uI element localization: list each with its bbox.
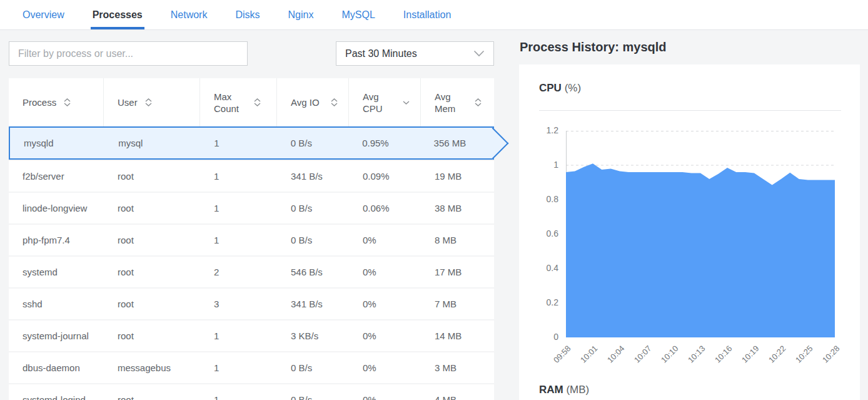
tab-network[interactable]: Network (169, 3, 209, 29)
tab-nginx[interactable]: Nginx (286, 3, 316, 29)
cell-avg_cpu: 0% (349, 225, 421, 255)
cell-max_count: 2 (200, 257, 277, 287)
cell-avg_io: 3 KB/s (277, 321, 349, 351)
cell-avg_mem: 14 MB (421, 321, 494, 351)
table-row[interactable]: linode-longviewroot10 B/s0.06%38 MB (9, 192, 494, 223)
cell-avg_mem: 19 MB (421, 161, 494, 192)
x-tick-label: 10:07 (622, 344, 653, 375)
sort-icon[interactable] (331, 98, 338, 106)
sort-icon[interactable] (64, 98, 71, 106)
y-tick-label: 1 (530, 160, 558, 170)
cell-process: dbus-daemon (9, 352, 104, 383)
table-row[interactable]: sshdroot3341 B/s0%7 MB (9, 287, 494, 319)
cell-user: root (104, 193, 200, 223)
cell-avg_mem: 7 MB (421, 289, 494, 319)
column-label: User (118, 96, 138, 108)
top-tab-bar: Overview Processes Network Disks Nginx M… (0, 0, 868, 30)
card-divider (539, 110, 841, 111)
cell-avg_cpu: 0.95% (348, 128, 420, 158)
sort-icon[interactable] (475, 98, 482, 106)
cell-max_count: 1 (200, 321, 277, 351)
table-body: mysqldmysql10 B/s0.95%356 MBf2b/serverro… (9, 126, 494, 400)
column-header-avg_mem[interactable]: Avg Mem (421, 78, 494, 126)
cell-avg_mem: 17 MB (421, 257, 494, 287)
x-tick-label: 10:19 (729, 344, 760, 375)
cell-avg_cpu: 0% (349, 321, 421, 351)
column-header-avg_io[interactable]: Avg IO (277, 78, 349, 126)
column-label: Avg Mem (435, 91, 467, 115)
y-tick-label: 1.2 (530, 125, 558, 135)
table-row[interactable]: mysqldmysql10 B/s0.95%356 MB (9, 126, 494, 160)
column-header-avg_cpu[interactable]: Avg CPU (349, 78, 421, 126)
cell-user: mysql (104, 128, 200, 158)
y-tick-label: 0.4 (530, 263, 558, 273)
cell-avg_io: 0 B/s (277, 193, 349, 223)
x-tick-label: 10:01 (568, 344, 599, 375)
y-tick-label: 0.6 (530, 228, 558, 238)
cell-avg_io: 0 B/s (277, 384, 349, 400)
cell-avg_cpu: 0% (349, 257, 421, 287)
ram-chart-heading: RAM (MB) (539, 384, 589, 396)
process-history-card: CPU (%) 00.20.40.60.811.209:5810:0110:04… (519, 64, 860, 400)
column-header-max_count[interactable]: Max Count (200, 78, 277, 126)
column-label: Avg CPU (363, 91, 395, 115)
cell-process: mysqld (10, 128, 104, 158)
sort-icon[interactable] (145, 98, 152, 106)
column-header-process[interactable]: Process (9, 78, 104, 126)
cell-max_count: 1 (200, 384, 277, 400)
x-tick-label: 10:22 (756, 344, 787, 375)
cell-user: root (104, 257, 200, 287)
cell-process: systemd (9, 257, 104, 287)
time-range-value: Past 30 Minutes (345, 48, 417, 59)
table-row[interactable]: php-fpm7.4root10 B/s0%8 MB (9, 223, 494, 255)
x-tick-label: 09:58 (541, 344, 572, 375)
sort-icon[interactable] (254, 98, 261, 106)
time-range-select[interactable]: Past 30 Minutes (336, 41, 494, 66)
table-row[interactable]: systemdroot2546 B/s0%17 MB (9, 255, 494, 287)
cell-avg_io: 0 B/s (277, 352, 349, 383)
process-table: ProcessUserMax CountAvg IOAvg CPUAvg Mem… (9, 78, 494, 400)
table-row[interactable]: f2b/serverroot1341 B/s0.09%19 MB (9, 160, 494, 192)
table-row[interactable]: systemd-journalroot13 KB/s0%14 MB (9, 319, 494, 351)
cell-process: systemd-logind (9, 384, 104, 400)
x-tick-label: 10:16 (702, 344, 734, 375)
cell-avg_cpu: 0% (349, 289, 421, 319)
cell-max_count: 1 (200, 161, 277, 192)
x-tick-label: 10:13 (675, 344, 707, 375)
tab-overview[interactable]: Overview (21, 3, 66, 29)
cell-avg_io: 0 B/s (277, 225, 349, 255)
y-tick-label: 0 (530, 332, 558, 342)
cell-max_count: 1 (200, 193, 277, 223)
cell-avg_cpu: 0.06% (349, 193, 421, 223)
table-row[interactable]: dbus-daemonmessagebus10 B/s0%3 MB (9, 351, 494, 383)
tab-processes[interactable]: Processes (91, 3, 144, 29)
y-tick-label: 0.8 (530, 194, 558, 204)
cell-process: systemd-journal (9, 321, 104, 351)
cell-avg_cpu: 0% (349, 352, 421, 383)
cell-avg_io: 546 B/s (277, 257, 349, 287)
cell-avg_io: 0 B/s (277, 128, 348, 158)
cell-avg_mem: 8 MB (421, 225, 494, 255)
tab-mysql[interactable]: MySQL (340, 3, 376, 29)
chevron-down-icon (473, 48, 485, 59)
cell-max_count: 1 (200, 128, 276, 158)
tab-disks[interactable]: Disks (233, 3, 261, 29)
cell-max_count: 1 (200, 225, 277, 255)
column-header-user[interactable]: User (104, 78, 200, 126)
cpu-heading-unit: (%) (565, 82, 581, 94)
column-label: Max Count (214, 91, 246, 115)
x-tick-label: 10:04 (595, 344, 626, 375)
cell-avg_mem: 38 MB (421, 193, 494, 223)
y-tick-label: 0.2 (530, 297, 558, 307)
cell-user: root (104, 384, 200, 400)
x-tick-label: 10:28 (810, 344, 841, 375)
table-row[interactable]: systemd-logindroot10 B/s0%4 MB (9, 383, 494, 400)
tab-installation[interactable]: Installation (401, 3, 453, 29)
cell-avg_cpu: 0.09% (349, 161, 421, 192)
process-filter-input[interactable] (9, 41, 248, 66)
cell-user: messagebus (104, 352, 200, 383)
cpu-chart-heading: CPU (%) (539, 82, 581, 95)
sort-icon[interactable] (403, 101, 410, 105)
cell-process: php-fpm7.4 (9, 225, 104, 255)
ram-heading-label: RAM (539, 384, 563, 396)
